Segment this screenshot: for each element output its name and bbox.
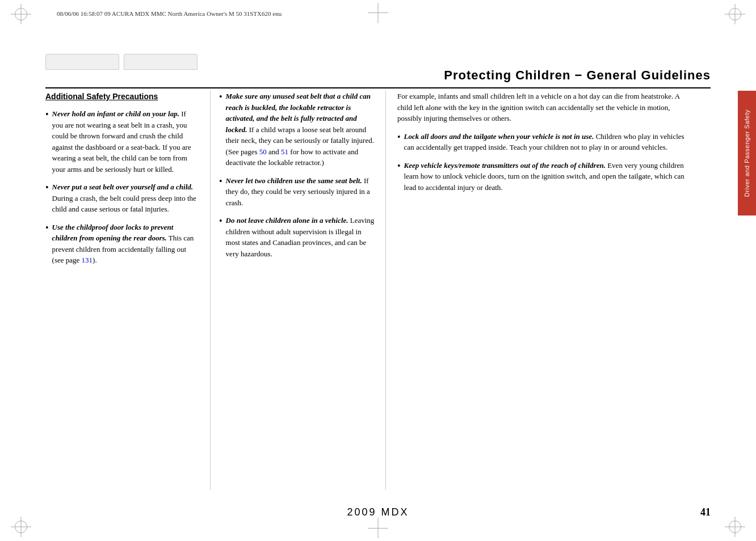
nav-tabs — [45, 54, 198, 70]
footer: 2009 MDX — [45, 506, 711, 518]
crop-mark-bottom-v — [378, 518, 379, 538]
bullet-text-8: Keep vehicle keys/remote transmitters ou… — [404, 160, 694, 193]
page-title: Protecting Children − General Guidelines — [45, 68, 711, 83]
side-tab-label: Driver and Passenger Safety — [744, 109, 750, 197]
footer-model: 2009 MDX — [347, 506, 409, 518]
bullet-text-5: Never let two children use the same seat… — [226, 175, 377, 209]
section-title: Additional Safety Precautions — [45, 91, 199, 103]
bullet-dot: • — [397, 131, 401, 143]
bullet-text-2: Never put a seat belt over yourself and … — [52, 181, 199, 215]
bullet-dot: • — [45, 222, 49, 234]
content-area: Additional Safety Precautions • Never ho… — [45, 91, 694, 490]
bullet-dot: • — [219, 215, 222, 227]
bullet-item: • Make sure any unused seat belt that a … — [219, 91, 377, 168]
page-link-131[interactable]: 131 — [82, 256, 93, 264]
page-link-51[interactable]: 51 — [281, 147, 288, 156]
nav-tab-1[interactable] — [45, 54, 119, 70]
bullet-text-6: Do not leave children alone in a vehicle… — [226, 215, 377, 259]
page-link-50[interactable]: 50 — [259, 147, 267, 156]
crop-mark-top-v — [378, 3, 379, 23]
middle-column: • Make sure any unused seat belt that a … — [210, 91, 386, 490]
bullet-dot: • — [219, 175, 222, 188]
page-number: 41 — [700, 506, 711, 518]
bullet-item: • Never let two children use the same se… — [219, 175, 377, 209]
bullet-item: • Never put a seat belt over yourself an… — [45, 181, 199, 215]
left-column: Additional Safety Precautions • Never ho… — [45, 91, 210, 490]
bullet-item: • Keep vehicle keys/remote transmitters … — [397, 160, 694, 193]
bullet-dot: • — [45, 108, 49, 121]
bullet-text-3: Use the childproof door locks to prevent… — [52, 222, 199, 266]
page-title-bar: Protecting Children − General Guidelines — [45, 68, 711, 88]
reg-mark-bottom-left — [15, 521, 27, 533]
bullet-dot: • — [397, 160, 401, 172]
bullet-dot: • — [219, 91, 222, 103]
page: 08/06/06 16:58:07 09 ACURA MDX MMC North… — [0, 0, 756, 541]
side-tab: Driver and Passenger Safety — [738, 91, 756, 215]
header-meta: 08/06/06 16:58:07 09 ACURA MDX MMC North… — [57, 10, 282, 17]
bullet-dot: • — [45, 181, 49, 194]
bullet-item: • Use the childproof door locks to preve… — [45, 222, 199, 266]
reg-mark-top-left — [15, 8, 27, 20]
reg-mark-top-right — [729, 8, 741, 20]
reg-mark-bottom-right — [729, 521, 741, 533]
right-column: For example, infants and small children … — [386, 91, 694, 490]
bullet-item: • Do not leave children alone in a vehic… — [219, 215, 377, 259]
bullet-text-4: Make sure any unused seat belt that a ch… — [226, 91, 377, 168]
bullet-item: • Never hold an infant or child on your … — [45, 108, 199, 175]
bullet-text-1: Never hold an infant or child on your la… — [52, 108, 199, 175]
nav-tab-2[interactable] — [124, 54, 198, 70]
bullet-text-7: Lock all doors and the tailgate when you… — [404, 131, 694, 153]
bullet-item: • Lock all doors and the tailgate when y… — [397, 131, 694, 153]
intro-text: For example, infants and small children … — [397, 91, 694, 124]
